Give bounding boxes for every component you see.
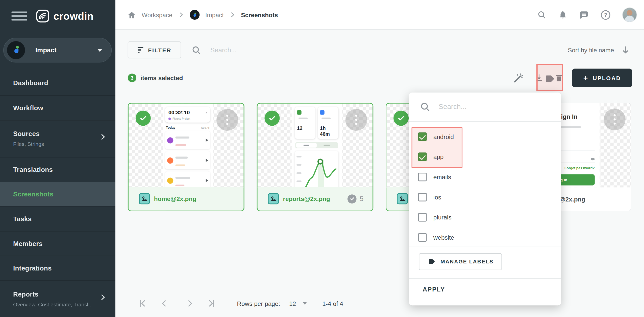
label-option-plurals[interactable]: plurals <box>418 211 452 223</box>
sidebar-item-integrations[interactable]: Integrations <box>0 256 115 281</box>
label-option-app[interactable]: app <box>418 150 444 163</box>
apply-button[interactable]: APPLY <box>423 286 445 293</box>
label-option-text: android <box>433 133 454 140</box>
card-menu-kebab-icon[interactable] <box>216 109 238 131</box>
hamburger-menu-icon[interactable] <box>12 9 27 22</box>
assign-label-tag-icon[interactable] <box>544 73 556 84</box>
label-option-text: ios <box>433 193 441 200</box>
sidebar-item-sources[interactable]: Sources Files, Strings <box>0 120 115 157</box>
chevron-down-icon[interactable] <box>303 302 307 305</box>
card-menu-kebab-icon[interactable] <box>345 109 367 131</box>
screenshot-filename[interactable]: @2x.png <box>559 196 585 203</box>
sidebar-item-label: Workflow <box>13 104 102 111</box>
label-option-text: emails <box>433 173 451 180</box>
help-icon[interactable]: ? <box>601 10 610 19</box>
checkbox-ios[interactable] <box>418 193 427 201</box>
label-option-website[interactable]: website <box>418 231 454 243</box>
screenshot-filename[interactable]: reports@2x.png <box>283 195 330 202</box>
tagged-strings-badge: 5 <box>348 194 363 203</box>
chevron-right-icon <box>230 12 235 18</box>
checkbox-app[interactable] <box>418 152 427 161</box>
selected-check-icon[interactable] <box>136 110 151 126</box>
sidebar-item-dashboard[interactable]: Dashboard <box>0 71 115 96</box>
sidebar-item-screenshots[interactable]: Screenshots <box>0 182 115 207</box>
thumb-login-heading: Sign In <box>557 113 595 120</box>
thumb-stat-card: 1h 46m <box>318 107 338 139</box>
download-icon[interactable] <box>534 73 544 82</box>
thumb-today-label: Today <box>166 126 175 130</box>
label-option-ios[interactable]: ios <box>418 191 441 203</box>
screenshots-search <box>191 41 438 58</box>
image-file-icon <box>397 193 408 204</box>
divider <box>409 278 561 279</box>
notifications-bell-icon[interactable] <box>559 10 567 19</box>
labels-search-row <box>409 93 561 122</box>
next-page-icon[interactable] <box>185 299 194 308</box>
last-page-icon[interactable] <box>207 299 216 308</box>
blur-bar <box>175 165 185 166</box>
label-option-text: plurals <box>433 214 452 221</box>
checkbox-emails[interactable] <box>418 172 427 181</box>
chevron-right-icon <box>100 294 106 301</box>
upload-button[interactable]: + UPLOAD <box>572 69 632 87</box>
task-icon <box>167 177 173 184</box>
sidebar-item-workflow[interactable]: Workflow <box>0 95 115 120</box>
blur-bar <box>299 118 308 119</box>
blur-bar <box>324 145 330 146</box>
search-icon <box>420 102 430 112</box>
chevron-right-icon: › <box>206 110 207 115</box>
crowdin-logo-text: crowdin <box>53 10 93 22</box>
manage-labels-label: MANAGE LABELS <box>440 259 493 265</box>
screenshot-filename[interactable]: home@2x.png <box>154 195 196 202</box>
rows-per-page-value[interactable]: 12 <box>289 300 296 307</box>
sidebar-header: crowdin <box>0 0 115 32</box>
messages-icon[interactable] <box>580 10 589 19</box>
divider <box>409 247 561 247</box>
screenshot-card-home[interactable]: 00:32:10 › Fitness Project Today See All <box>128 103 244 211</box>
first-page-icon[interactable] <box>138 299 147 308</box>
top-header: Workspace Impact Screenshots ? <box>115 0 644 30</box>
selected-check-icon[interactable] <box>393 110 409 126</box>
selected-check-icon[interactable] <box>264 110 280 126</box>
sidebar-item-reports[interactable]: Reports Overview, Cost estimate, Transl.… <box>0 280 115 317</box>
search-icon[interactable] <box>537 10 546 19</box>
previous-page-icon[interactable] <box>160 299 169 308</box>
thumb-task-row <box>165 131 210 149</box>
user-avatar[interactable] <box>623 8 636 22</box>
sort-control[interactable]: Sort by file name <box>568 41 630 58</box>
search-input[interactable] <box>209 46 375 54</box>
filter-button[interactable]: FILTER <box>128 41 181 58</box>
header-actions: ? <box>537 0 637 30</box>
crowdin-logo[interactable]: crowdin <box>35 9 94 24</box>
screenshot-card-reports[interactable]: 12 1h 46m <box>257 103 373 211</box>
sidebar-item-translations[interactable]: Translations <box>0 157 115 182</box>
project-dot-icon <box>168 117 171 120</box>
breadcrumb-workspace[interactable]: Workspace <box>142 11 172 18</box>
label-option-android[interactable]: android <box>418 130 454 143</box>
manage-labels-button[interactable]: MANAGE LABELS <box>419 253 502 270</box>
card-footer: home@2x.png <box>129 187 243 211</box>
breadcrumb-project[interactable]: Impact <box>205 11 224 18</box>
card-menu-kebab-icon[interactable] <box>604 108 626 130</box>
labels-search-input[interactable] <box>438 102 538 111</box>
label-option-text: app <box>433 153 444 160</box>
checkbox-android[interactable] <box>418 132 427 141</box>
delete-trash-icon[interactable] <box>554 73 563 82</box>
blur-bar <box>175 137 189 139</box>
selected-items-label: items selected <box>140 74 183 81</box>
sidebar: crowdin Impact Dashboard Workflow Source… <box>0 0 115 317</box>
search-icon <box>191 45 201 55</box>
project-avatar <box>7 41 25 59</box>
auto-tag-wand-icon[interactable] <box>513 73 524 83</box>
project-switcher[interactable]: Impact <box>3 38 112 63</box>
image-file-icon <box>139 193 150 204</box>
image-file-icon <box>268 193 279 204</box>
sidebar-item-members[interactable]: Members <box>0 231 115 256</box>
rows-per-page-label: Rows per page: <box>237 300 280 307</box>
checkbox-website[interactable] <box>418 233 427 241</box>
home-icon[interactable] <box>127 10 136 19</box>
label-option-emails[interactable]: emails <box>418 171 451 183</box>
checkbox-plurals[interactable] <box>418 213 427 221</box>
blur-bar <box>175 157 188 159</box>
sidebar-item-tasks[interactable]: Tasks <box>0 206 115 231</box>
